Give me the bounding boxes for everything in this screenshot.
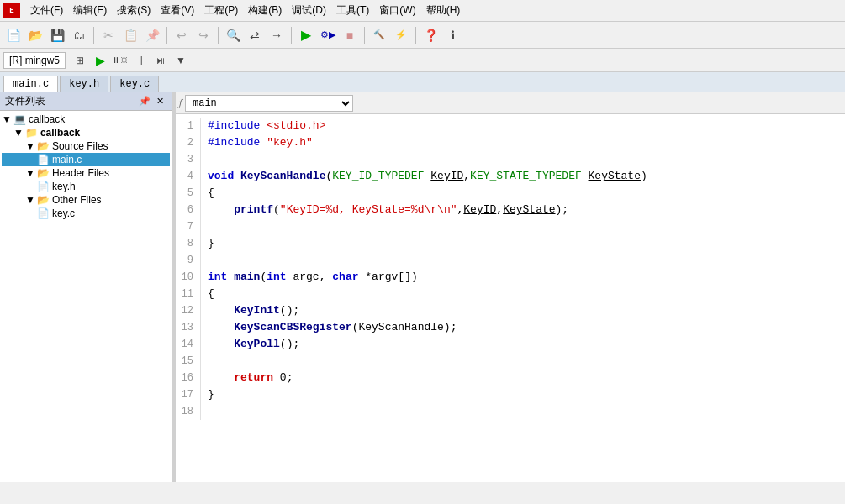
tree-root-expand-icon: ▼ — [2, 113, 12, 125]
project-toolbar: [R] mingw5 ⊞ ▶ ⏸⚙ ‖ ⏯ ▼ — [0, 49, 845, 72]
code-line-7: 7 — [176, 218, 845, 235]
undo-button[interactable]: ↩ — [172, 25, 192, 45]
toolbar-sep4 — [291, 27, 292, 44]
menu-project[interactable]: 工程(P) — [199, 2, 243, 19]
menu-build[interactable]: 构建(B) — [243, 2, 287, 19]
save-button[interactable]: 💾 — [47, 25, 67, 45]
toolbar-sep5 — [364, 27, 365, 44]
stop-button[interactable]: ■ — [340, 25, 360, 45]
tree-key-c-label: key.c — [52, 207, 75, 219]
tree-root[interactable]: ▼ 💻 callback — [2, 113, 170, 126]
project-name: [R] mingw5 — [3, 52, 66, 69]
code-line-17: 17 } — [176, 386, 845, 403]
save-all-button[interactable]: 🗂 — [69, 25, 89, 45]
menu-edit[interactable]: 编辑(E) — [68, 2, 112, 19]
tree-header-expand-icon: ▼ — [25, 167, 35, 179]
tree-main-c-label: main.c — [52, 154, 82, 165]
line-num-18: 18 — [176, 403, 201, 420]
tree-root-label: callback — [29, 113, 65, 125]
line-content-15 — [208, 353, 845, 370]
new-button[interactable]: 📄 — [3, 25, 24, 45]
menu-debug[interactable]: 调试(D) — [287, 2, 331, 19]
menu-file[interactable]: 文件(F) — [25, 2, 68, 19]
line-content-10: int main(int argc, char *argv[]) — [208, 269, 845, 286]
code-content[interactable]: 1 #include <stdio.h> 2 #include "key.h" … — [176, 114, 845, 482]
replace-button[interactable]: ⇄ — [245, 25, 265, 45]
file-list-panel: 文件列表 📌 ✕ ▼ 💻 callback ▼ 📁 callback ▼ — [0, 92, 172, 482]
tree-source-icon: 📂 — [37, 140, 50, 152]
tree-source-expand-icon: ▼ — [25, 140, 35, 152]
line-num-17: 17 — [176, 386, 201, 403]
tab-main-c[interactable]: main.c — [3, 76, 58, 92]
panel-pin-icon[interactable]: 📌 — [138, 95, 151, 108]
line-num-4: 4 — [176, 168, 201, 185]
tree-main-c[interactable]: 📄 main.c — [2, 153, 170, 166]
goto-button[interactable]: → — [267, 25, 287, 45]
tab-key-h[interactable]: key.h — [60, 76, 108, 92]
help-button[interactable]: ❓ — [420, 25, 441, 45]
line-content-11: { — [208, 286, 845, 302]
line-num-16: 16 — [176, 370, 201, 386]
toolbar-sep3 — [218, 27, 219, 44]
copy-button[interactable]: 📋 — [120, 25, 140, 45]
project-icon1[interactable]: ⊞ — [71, 51, 89, 70]
project-run-button[interactable]: ▶ — [91, 51, 109, 70]
paste-button[interactable]: 📌 — [142, 25, 162, 45]
compile-button[interactable]: ⚡ — [391, 25, 411, 45]
tree-key-c-icon: 📄 — [37, 207, 50, 219]
open-button[interactable]: 📂 — [25, 25, 45, 45]
editor-toolbar: 𝑓 main KeyScanHandle — [176, 92, 845, 114]
tree-key-h-icon: 📄 — [37, 181, 50, 192]
project-icon3[interactable]: ⏸⚙ — [111, 51, 129, 70]
line-content-12: KeyInit(); — [208, 302, 845, 319]
redo-button[interactable]: ↪ — [193, 25, 214, 45]
line-num-15: 15 — [176, 353, 201, 370]
line-num-8: 8 — [176, 235, 201, 252]
tree-source-files[interactable]: ▼ 📂 Source Files — [2, 139, 170, 153]
line-content-6: printf("KeyID=%d, KeyState=%d\r\n",KeyID… — [208, 202, 845, 218]
menu-tools[interactable]: 工具(T) — [331, 2, 374, 19]
code-line-18: 18 — [176, 403, 845, 420]
line-num-5: 5 — [176, 185, 201, 202]
tab-key-c[interactable]: key.c — [110, 76, 159, 92]
menu-search[interactable]: 搜索(S) — [112, 2, 156, 19]
menu-view[interactable]: 查看(V) — [156, 2, 199, 19]
tree-header-icon: 📂 — [37, 167, 50, 179]
info-button[interactable]: ℹ — [442, 25, 462, 45]
line-content-2: #include "key.h" — [208, 134, 845, 151]
tree-other-files[interactable]: ▼ 📂 Other Files — [2, 193, 170, 207]
line-num-3: 3 — [176, 151, 201, 168]
debug-button[interactable]: ⚙▶ — [318, 25, 338, 45]
file-tree: ▼ 💻 callback ▼ 📁 callback ▼ 📂 Source Fil… — [0, 111, 172, 482]
tree-key-c[interactable]: 📄 key.c — [2, 207, 170, 220]
run-button[interactable]: ▶ — [296, 25, 316, 45]
menu-help[interactable]: 帮助(H) — [421, 2, 466, 19]
project-icon5[interactable]: ⏯ — [151, 51, 170, 70]
line-num-11: 11 — [176, 286, 201, 302]
tree-key-h[interactable]: 📄 key.h — [2, 180, 170, 193]
project-icon4[interactable]: ‖ — [131, 51, 150, 70]
project-dropdown-btn[interactable]: ▼ — [172, 51, 190, 70]
line-num-2: 2 — [176, 134, 201, 151]
search-button[interactable]: 🔍 — [223, 25, 243, 45]
code-line-4: 4 void KeyScanHandle(KEY_ID_TYPEDEF KeyI… — [176, 168, 845, 185]
tree-project[interactable]: ▼ 📁 callback — [2, 126, 170, 139]
tree-header-files[interactable]: ▼ 📂 Header Files — [2, 166, 170, 180]
editor-area: 𝑓 main KeyScanHandle 1 #include <stdio.h… — [176, 92, 845, 482]
line-num-7: 7 — [176, 218, 201, 235]
panel-close-icon[interactable]: ✕ — [153, 95, 166, 108]
menu-window[interactable]: 窗口(W) — [374, 2, 420, 19]
cut-button[interactable]: ✂ — [98, 25, 119, 45]
tree-other-expand-icon: ▼ — [25, 194, 35, 206]
tree-project-label: callback — [40, 127, 80, 139]
build-button[interactable]: 🔨 — [369, 25, 389, 45]
main-area: 文件列表 📌 ✕ ▼ 💻 callback ▼ 📁 callback ▼ — [0, 92, 845, 482]
menubar: E 文件(F) 编辑(E) 搜索(S) 查看(V) 工程(P) 构建(B) 调试… — [0, 0, 845, 22]
toolbar-sep6 — [415, 27, 416, 44]
tree-key-h-label: key.h — [52, 181, 76, 192]
function-icon: 𝑓 — [179, 97, 182, 109]
line-num-13: 13 — [176, 319, 201, 336]
tree-project-icon: 📁 — [25, 127, 38, 139]
code-line-14: 14 KeyPoll(); — [176, 336, 845, 353]
function-dropdown[interactable]: main KeyScanHandle — [185, 95, 353, 112]
